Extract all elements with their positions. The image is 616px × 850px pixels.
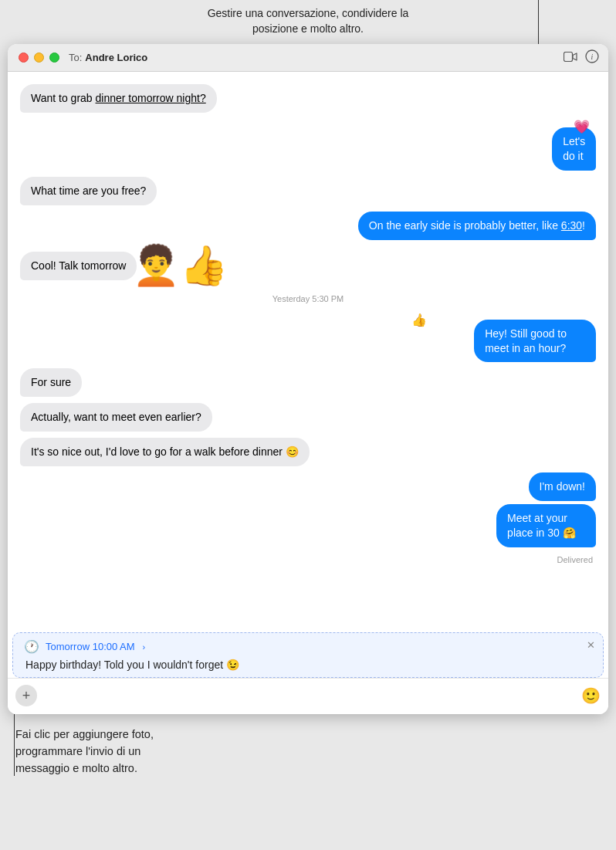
- add-button[interactable]: +: [15, 685, 37, 706]
- svg-text:i: i: [591, 52, 594, 61]
- annotation-bottom-line: [14, 714, 15, 776]
- titlebar: To: Andre Lorico i: [8, 44, 608, 72]
- contact-name: Andre Lorico: [85, 52, 147, 63]
- annotation-top: Gestire una conversazione, condividere l…: [0, 0, 616, 44]
- scheduled-time[interactable]: Tomorrow 10:00 AM: [46, 641, 135, 652]
- svg-rect-0: [564, 52, 573, 61]
- message-bubble: What time are you free?: [20, 177, 157, 205]
- titlebar-actions: i: [564, 49, 599, 66]
- to-label: To:: [69, 52, 82, 63]
- delivered-label: Delivered: [557, 555, 593, 564]
- messages-area: Want to grab dinner tomorrow night? 💗 Le…: [8, 72, 608, 628]
- message-row: Cool! Talk tomorrow 🧑‍🦱👍: [20, 246, 596, 280]
- annotation-bottom: Fai clic per aggiungere foto,programmare…: [0, 714, 616, 784]
- memoji-bubble: Cool! Talk tomorrow 🧑‍🦱👍: [20, 246, 228, 280]
- message-row: Want to grab dinner tomorrow night?: [20, 84, 596, 113]
- emoji-icon: 🙂: [581, 687, 601, 704]
- close-scheduled-button[interactable]: ✕: [587, 639, 595, 651]
- message-row: For sure: [20, 368, 596, 397]
- message-row: On the early side is probably better, li…: [20, 212, 596, 240]
- scheduled-header: 🕐 Tomorrow 10:00 AM › ✕: [24, 639, 592, 654]
- message-bubble: Actually, want to meet even earlier?: [20, 403, 212, 432]
- message-row: It's so nice out, I'd love to go for a w…: [20, 438, 596, 466]
- clock-icon: 🕐: [24, 639, 39, 654]
- message-bubble: For sure: [20, 368, 82, 397]
- video-icon[interactable]: [564, 51, 577, 65]
- message-bubble: Want to grab dinner tomorrow night?: [20, 84, 217, 113]
- close-button[interactable]: [19, 52, 29, 63]
- message-row: Actually, want to meet even earlier?: [20, 403, 596, 432]
- scheduled-banner[interactable]: 🕐 Tomorrow 10:00 AM › ✕ Happy birthday! …: [12, 632, 604, 678]
- chevron-right-icon: ›: [143, 642, 146, 652]
- timestamp-row: Yesterday 5:30 PM: [20, 294, 596, 303]
- link-text[interactable]: dinner tomorrow night?: [96, 92, 206, 104]
- traffic-lights: [19, 52, 59, 63]
- message-row: What time are you free?: [20, 177, 596, 205]
- minimize-button[interactable]: [34, 52, 44, 63]
- tapback-wrapper: 💗 Let's do it: [529, 119, 597, 171]
- input-row: + 🙂: [8, 678, 608, 714]
- message-row: 💗 Let's do it: [20, 119, 596, 171]
- message-row: 👍 Hey! Still good to meet in an hour?: [20, 313, 596, 363]
- plus-icon: +: [22, 688, 31, 704]
- messages-window: To: Andre Lorico i Want to grab dinner t…: [8, 44, 608, 714]
- message-row: I'm down! Meet at your place in 30 🤗: [20, 472, 596, 547]
- message-bubble: Cool! Talk tomorrow: [20, 252, 137, 280]
- message-bubble: I'm down!: [529, 472, 596, 501]
- info-icon[interactable]: i: [585, 49, 599, 66]
- message-bubble: Meet at your place in 30 🤗: [496, 504, 596, 547]
- tapback-wrapper: 👍 Hey! Still good to meet in an hour?: [408, 313, 596, 363]
- memoji-sticker: 🧑‍🦱👍: [132, 246, 228, 285]
- maximize-button[interactable]: [49, 52, 59, 63]
- tapback-heart: 💗: [574, 119, 590, 135]
- delivered-row: Delivered: [20, 555, 593, 564]
- message-bubble: On the early side is probably better, li…: [358, 212, 596, 240]
- message-bubble: It's so nice out, I'd love to go for a w…: [20, 438, 310, 466]
- message-bubble: Hey! Still good to meet in an hour?: [474, 320, 596, 363]
- scheduled-message: Happy birthday! Told you I wouldn't forg…: [24, 659, 592, 671]
- tapback-thumb: 👍: [411, 313, 427, 327]
- timestamp-label: Yesterday 5:30 PM: [272, 294, 344, 303]
- emoji-button[interactable]: 🙂: [581, 686, 601, 705]
- outgoing-stack: I'm down! Meet at your place in 30 🤗: [443, 472, 596, 547]
